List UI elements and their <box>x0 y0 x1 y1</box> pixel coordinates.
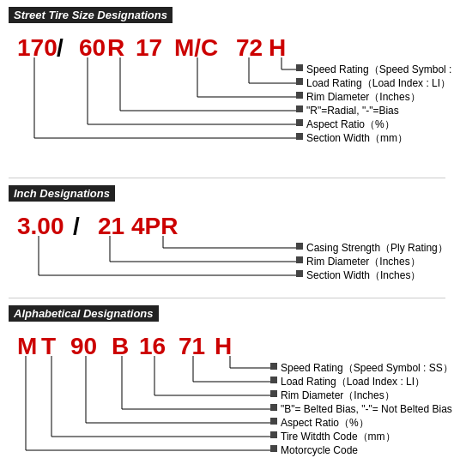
svg-text:3.00: 3.00 <box>17 213 64 239</box>
svg-rect-77 <box>270 431 277 438</box>
svg-text:4PR: 4PR <box>131 213 178 239</box>
svg-rect-65 <box>270 390 277 397</box>
alpha-title: Alphabetical Designations <box>9 305 159 322</box>
svg-rect-30 <box>296 133 303 140</box>
inch-diagram: 3.00 / 21 4PR Casing Strength（Ply Rating… <box>9 207 454 292</box>
street-title: Street Tire Size Designations <box>9 7 173 23</box>
svg-text:71: 71 <box>179 333 205 359</box>
svg-rect-57 <box>270 363 277 370</box>
svg-rect-69 <box>270 404 277 411</box>
svg-text:Speed Rating（Speed Symbol : SS: Speed Rating（Speed Symbol : SS） <box>281 362 453 374</box>
svg-text:R: R <box>107 34 124 61</box>
svg-text:Rim Diameter（Inches）: Rim Diameter（Inches） <box>306 256 421 268</box>
inch-section: Inch Designations 3.00 / 21 4PR Casing S… <box>0 178 454 298</box>
svg-text:Rim Diameter（Inches）: Rim Diameter（Inches） <box>306 91 421 103</box>
svg-text:60: 60 <box>79 34 106 61</box>
svg-rect-22 <box>296 105 303 112</box>
alpha-diagram: M T 90 B 16 71 H Speed Rating（Speed Symb… <box>9 327 454 476</box>
svg-rect-10 <box>296 64 303 71</box>
svg-text:H: H <box>269 34 286 61</box>
svg-text:Load Rating（Load Index : LI）: Load Rating（Load Index : LI） <box>306 77 451 89</box>
svg-rect-46 <box>296 270 303 277</box>
svg-text:170: 170 <box>17 34 58 61</box>
svg-text:Aspect Ratio（%）: Aspect Ratio（%） <box>306 118 395 130</box>
svg-text:"B"= Belted Bias, "-"= Not Bel: "B"= Belted Bias, "-"= Not Belted Bias <box>281 403 452 415</box>
svg-text:Tire Witdth Code（mm）: Tire Witdth Code（mm） <box>281 431 396 443</box>
alpha-section: Alphabetical Designations M T 90 B 16 71… <box>0 298 454 476</box>
svg-text:H: H <box>215 333 232 359</box>
svg-text:Motorcycle Code: Motorcycle Code <box>281 444 358 456</box>
svg-rect-73 <box>270 418 277 425</box>
svg-rect-42 <box>296 256 303 263</box>
svg-text:Load Rating（Load Index : LI）: Load Rating（Load Index : LI） <box>281 376 425 388</box>
svg-text:T: T <box>41 333 56 359</box>
svg-text:90: 90 <box>70 333 97 359</box>
svg-rect-14 <box>296 78 303 85</box>
svg-text:Rim Diameter（Inches）: Rim Diameter（Inches） <box>281 389 395 401</box>
svg-rect-61 <box>270 377 277 383</box>
svg-text:Speed Rating（Speed Symbol : SS: Speed Rating（Speed Symbol : SS） <box>306 63 454 75</box>
street-diagram: 170 / 60 R 17 M/C 72 H Speed Rating（Spee… <box>9 28 454 172</box>
svg-rect-26 <box>296 119 303 126</box>
svg-rect-18 <box>296 92 303 99</box>
street-section: Street Tire Size Designations 170 / 60 R… <box>0 0 454 178</box>
svg-text:/: / <box>57 34 64 61</box>
svg-text:M: M <box>17 333 37 359</box>
svg-text:Section Width（mm）: Section Width（mm） <box>306 132 408 144</box>
svg-text:M/C: M/C <box>174 34 218 61</box>
svg-text:17: 17 <box>136 34 162 61</box>
svg-text:Casing Strength（Ply Rating）: Casing Strength（Ply Rating） <box>306 242 448 254</box>
svg-rect-81 <box>270 445 277 452</box>
svg-text:21: 21 <box>98 213 124 239</box>
svg-text:/: / <box>73 213 80 239</box>
svg-text:Aspect Ratio（%）: Aspect Ratio（%） <box>281 417 369 429</box>
svg-text:Section Width（Inches）: Section Width（Inches） <box>306 269 421 281</box>
svg-text:72: 72 <box>236 34 263 61</box>
svg-text:16: 16 <box>139 333 166 359</box>
svg-text:"R"=Radial, "-"=Bias: "R"=Radial, "-"=Bias <box>306 105 399 117</box>
svg-rect-38 <box>296 243 303 250</box>
svg-text:B: B <box>112 333 129 359</box>
inch-title: Inch Designations <box>9 185 115 202</box>
